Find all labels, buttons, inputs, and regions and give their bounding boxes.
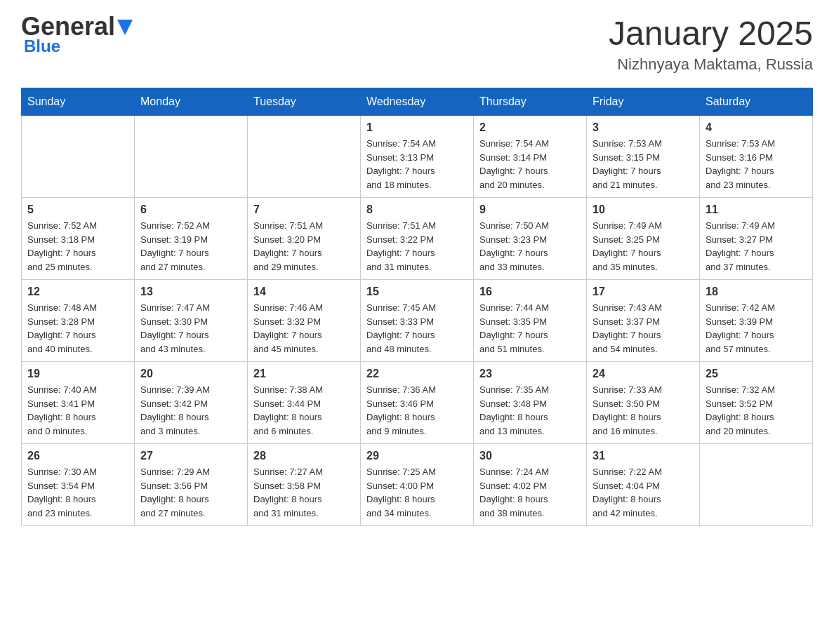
day-info: Sunrise: 7:47 AMSunset: 3:30 PMDaylight:… <box>140 301 241 356</box>
day-number: 17 <box>593 286 694 298</box>
calendar-cell: 3Sunrise: 7:53 AMSunset: 3:15 PMDaylight… <box>587 116 700 198</box>
calendar-table: SundayMondayTuesdayWednesdayThursdayFrid… <box>21 88 813 526</box>
header-thursday: Thursday <box>474 88 587 116</box>
day-info: Sunrise: 7:52 AMSunset: 3:19 PMDaylight:… <box>140 219 241 274</box>
calendar-header-row: SundayMondayTuesdayWednesdayThursdayFrid… <box>22 88 813 116</box>
day-info: Sunrise: 7:52 AMSunset: 3:18 PMDaylight:… <box>27 219 128 274</box>
svg-marker-0 <box>117 20 133 35</box>
calendar-cell: 9Sunrise: 7:50 AMSunset: 3:23 PMDaylight… <box>474 198 587 280</box>
day-info: Sunrise: 7:25 AMSunset: 4:00 PMDaylight:… <box>366 465 468 520</box>
day-number: 1 <box>366 121 468 134</box>
day-info: Sunrise: 7:38 AMSunset: 3:44 PMDaylight:… <box>253 383 355 438</box>
day-number: 29 <box>366 450 468 462</box>
week-row-3: 19Sunrise: 7:40 AMSunset: 3:41 PMDayligh… <box>22 362 813 444</box>
day-number: 31 <box>593 450 694 462</box>
day-info: Sunrise: 7:43 AMSunset: 3:37 PMDaylight:… <box>593 301 694 356</box>
week-row-1: 5Sunrise: 7:52 AMSunset: 3:18 PMDaylight… <box>22 198 813 280</box>
day-number: 2 <box>479 121 581 134</box>
day-number: 24 <box>593 368 694 380</box>
header-monday: Monday <box>135 88 248 116</box>
calendar-cell: 20Sunrise: 7:39 AMSunset: 3:42 PMDayligh… <box>135 362 248 444</box>
day-number: 9 <box>479 203 581 216</box>
calendar-cell <box>248 116 361 198</box>
day-number: 23 <box>479 368 581 380</box>
calendar-cell: 21Sunrise: 7:38 AMSunset: 3:44 PMDayligh… <box>248 362 361 444</box>
day-info: Sunrise: 7:45 AMSunset: 3:33 PMDaylight:… <box>366 301 468 356</box>
calendar-cell: 22Sunrise: 7:36 AMSunset: 3:46 PMDayligh… <box>361 362 474 444</box>
day-number: 28 <box>253 450 355 462</box>
day-info: Sunrise: 7:46 AMSunset: 3:32 PMDaylight:… <box>253 301 355 356</box>
calendar-cell: 17Sunrise: 7:43 AMSunset: 3:37 PMDayligh… <box>587 280 700 362</box>
calendar-cell <box>22 116 135 198</box>
day-info: Sunrise: 7:48 AMSunset: 3:28 PMDaylight:… <box>27 301 128 356</box>
day-info: Sunrise: 7:22 AMSunset: 4:04 PMDaylight:… <box>593 465 694 520</box>
day-number: 3 <box>593 121 694 134</box>
calendar-cell: 12Sunrise: 7:48 AMSunset: 3:28 PMDayligh… <box>22 280 135 362</box>
calendar-cell: 18Sunrise: 7:42 AMSunset: 3:39 PMDayligh… <box>700 280 813 362</box>
calendar-cell: 26Sunrise: 7:30 AMSunset: 3:54 PMDayligh… <box>22 444 135 526</box>
day-number: 27 <box>140 450 241 462</box>
day-number: 26 <box>27 450 128 462</box>
calendar-cell: 31Sunrise: 7:22 AMSunset: 4:04 PMDayligh… <box>587 444 700 526</box>
week-row-0: 1Sunrise: 7:54 AMSunset: 3:13 PMDaylight… <box>22 116 813 198</box>
day-info: Sunrise: 7:51 AMSunset: 3:20 PMDaylight:… <box>253 219 355 274</box>
day-number: 14 <box>253 286 355 298</box>
calendar-cell: 6Sunrise: 7:52 AMSunset: 3:19 PMDaylight… <box>135 198 248 280</box>
calendar-cell: 8Sunrise: 7:51 AMSunset: 3:22 PMDaylight… <box>361 198 474 280</box>
week-row-4: 26Sunrise: 7:30 AMSunset: 3:54 PMDayligh… <box>22 444 813 526</box>
day-number: 25 <box>706 368 807 380</box>
calendar-cell <box>700 444 813 526</box>
header-tuesday: Tuesday <box>248 88 361 116</box>
day-number: 8 <box>366 203 468 216</box>
day-number: 19 <box>27 368 128 380</box>
day-number: 13 <box>140 286 241 298</box>
day-number: 4 <box>706 121 807 134</box>
calendar-cell: 2Sunrise: 7:54 AMSunset: 3:14 PMDaylight… <box>474 116 587 198</box>
calendar-cell: 4Sunrise: 7:53 AMSunset: 3:16 PMDaylight… <box>700 116 813 198</box>
week-row-2: 12Sunrise: 7:48 AMSunset: 3:28 PMDayligh… <box>22 280 813 362</box>
day-info: Sunrise: 7:54 AMSunset: 3:13 PMDaylight:… <box>366 137 468 192</box>
day-info: Sunrise: 7:33 AMSunset: 3:50 PMDaylight:… <box>593 383 694 438</box>
calendar-cell: 28Sunrise: 7:27 AMSunset: 3:58 PMDayligh… <box>248 444 361 526</box>
calendar-cell: 19Sunrise: 7:40 AMSunset: 3:41 PMDayligh… <box>22 362 135 444</box>
day-info: Sunrise: 7:39 AMSunset: 3:42 PMDaylight:… <box>140 383 241 438</box>
day-info: Sunrise: 7:51 AMSunset: 3:22 PMDaylight:… <box>366 219 468 274</box>
header-friday: Friday <box>587 88 700 116</box>
day-number: 30 <box>479 450 581 462</box>
calendar-cell: 24Sunrise: 7:33 AMSunset: 3:50 PMDayligh… <box>587 362 700 444</box>
header-saturday: Saturday <box>700 88 813 116</box>
logo: General Blue <box>21 14 133 56</box>
day-number: 15 <box>366 286 468 298</box>
day-number: 22 <box>366 368 468 380</box>
calendar-cell: 7Sunrise: 7:51 AMSunset: 3:20 PMDaylight… <box>248 198 361 280</box>
day-info: Sunrise: 7:42 AMSunset: 3:39 PMDaylight:… <box>706 301 807 356</box>
day-info: Sunrise: 7:54 AMSunset: 3:14 PMDaylight:… <box>479 137 581 192</box>
day-info: Sunrise: 7:53 AMSunset: 3:15 PMDaylight:… <box>593 137 694 192</box>
header-wednesday: Wednesday <box>361 88 474 116</box>
logo-triangle-icon <box>117 20 133 35</box>
calendar-cell: 16Sunrise: 7:44 AMSunset: 3:35 PMDayligh… <box>474 280 587 362</box>
day-info: Sunrise: 7:30 AMSunset: 3:54 PMDaylight:… <box>27 465 128 520</box>
title-block: January 2025 Nizhnyaya Maktama, Russia <box>609 14 813 74</box>
calendar-cell: 27Sunrise: 7:29 AMSunset: 3:56 PMDayligh… <box>135 444 248 526</box>
day-info: Sunrise: 7:40 AMSunset: 3:41 PMDaylight:… <box>27 383 128 438</box>
calendar-cell: 11Sunrise: 7:49 AMSunset: 3:27 PMDayligh… <box>700 198 813 280</box>
day-number: 6 <box>140 203 241 216</box>
calendar-cell: 15Sunrise: 7:45 AMSunset: 3:33 PMDayligh… <box>361 280 474 362</box>
day-info: Sunrise: 7:32 AMSunset: 3:52 PMDaylight:… <box>706 383 807 438</box>
day-info: Sunrise: 7:27 AMSunset: 3:58 PMDaylight:… <box>253 465 355 520</box>
day-number: 21 <box>253 368 355 380</box>
month-title: January 2025 <box>609 14 813 53</box>
calendar-cell: 25Sunrise: 7:32 AMSunset: 3:52 PMDayligh… <box>700 362 813 444</box>
calendar-cell: 29Sunrise: 7:25 AMSunset: 4:00 PMDayligh… <box>361 444 474 526</box>
day-info: Sunrise: 7:49 AMSunset: 3:27 PMDaylight:… <box>706 219 807 274</box>
calendar-cell: 30Sunrise: 7:24 AMSunset: 4:02 PMDayligh… <box>474 444 587 526</box>
day-info: Sunrise: 7:36 AMSunset: 3:46 PMDaylight:… <box>366 383 468 438</box>
day-info: Sunrise: 7:53 AMSunset: 3:16 PMDaylight:… <box>706 137 807 192</box>
day-number: 12 <box>27 286 128 298</box>
day-info: Sunrise: 7:49 AMSunset: 3:25 PMDaylight:… <box>593 219 694 274</box>
calendar-cell: 5Sunrise: 7:52 AMSunset: 3:18 PMDaylight… <box>22 198 135 280</box>
day-number: 16 <box>479 286 581 298</box>
day-info: Sunrise: 7:44 AMSunset: 3:35 PMDaylight:… <box>479 301 581 356</box>
day-number: 11 <box>706 203 807 216</box>
